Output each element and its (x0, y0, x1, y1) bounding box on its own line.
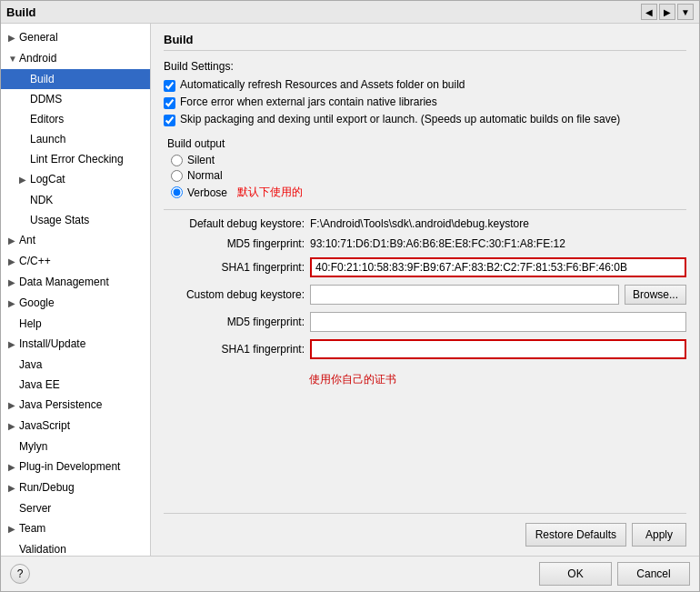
custom-keystore-row: Custom debug keystore: Browse... (164, 285, 686, 305)
sidebar-item-team[interactable]: ▶ Team (1, 518, 150, 539)
custom-sha1-input[interactable] (310, 339, 686, 359)
nav-arrows: ◀ ▶ ▼ (641, 4, 694, 20)
radio-verbose[interactable] (171, 186, 183, 198)
checkbox-force-error[interactable] (164, 97, 175, 109)
apply-button[interactable]: Apply (632, 523, 686, 547)
sidebar-item-plug-in-dev[interactable]: ▶ Plug-in Development (1, 457, 150, 477)
radio-silent[interactable] (171, 155, 183, 166)
expander-team: ▶ (8, 521, 19, 537)
expander-cpp: ▶ (8, 254, 19, 270)
sha1-input[interactable] (310, 257, 686, 277)
sidebar-item-lint-error[interactable]: Lint Error Checking (1, 149, 150, 169)
sha1-label: SHA1 fingerprint: (164, 261, 305, 274)
sidebar-item-mylyn[interactable]: Mylyn (1, 436, 150, 457)
radio-normal[interactable] (171, 170, 183, 182)
checkbox-label-auto-refresh: Automatically refresh Resources and Asse… (180, 78, 465, 91)
restore-apply-bar: Restore Defaults Apply (164, 513, 686, 547)
expander-run-debug: ▶ (8, 480, 19, 497)
top-nav: Build ◀ ▶ ▼ (1, 1, 699, 24)
nav-dropdown-button[interactable]: ▼ (677, 4, 694, 20)
custom-md5-input[interactable] (310, 312, 686, 332)
radio-label-normal: Normal (187, 169, 223, 182)
default-keystore-label: Default debug keystore: (164, 217, 305, 230)
checkbox-row-auto-refresh: Automatically refresh Resources and Asse… (164, 78, 686, 92)
help-button[interactable]: ? (10, 564, 30, 584)
sidebar-label-lint-error: Lint Error Checking (30, 153, 124, 166)
build-output-label: Build output (167, 137, 686, 150)
expander-logcat: ▶ (19, 172, 30, 188)
expander-android: ▼ (8, 51, 19, 67)
checkbox-skip-packaging[interactable] (164, 115, 175, 126)
sidebar-label-logcat: LogCat (30, 173, 65, 186)
custom-sha1-label: SHA1 fingerprint: (164, 343, 305, 356)
ok-button[interactable]: OK (539, 562, 612, 586)
expander-ant: ▶ (8, 233, 19, 249)
sidebar-item-logcat[interactable]: ▶ LogCat (1, 169, 150, 190)
restore-defaults-button[interactable]: Restore Defaults (525, 523, 626, 547)
sidebar-label-run-debug: Run/Debug (19, 481, 75, 494)
sidebar-item-server[interactable]: Server (1, 498, 150, 518)
sidebar-label-plug-in-dev: Plug-in Development (19, 460, 120, 473)
keystore-section: Default debug keystore: F:\Android\Tools… (164, 209, 686, 366)
nav-back-button[interactable]: ◀ (641, 4, 657, 20)
sidebar-item-general[interactable]: ▶ General (1, 27, 150, 48)
custom-keystore-label: Custom debug keystore: (164, 288, 305, 301)
sidebar-item-usage-stats[interactable]: Usage Stats (1, 210, 150, 230)
sidebar-label-google: Google (19, 296, 55, 309)
default-keystore-value: F:\Android\Tools\sdk\.android\debug.keys… (310, 217, 686, 230)
preferences-dialog: Build ◀ ▶ ▼ ▶ General▼ AndroidBuildDDMSE… (0, 0, 700, 592)
radio-label-silent: Silent (187, 154, 215, 166)
sidebar-label-mylyn: Mylyn (19, 440, 47, 453)
sidebar-label-install-update: Install/Update (19, 337, 85, 350)
build-settings-label: Build Settings: (164, 60, 686, 73)
sidebar-item-ndk[interactable]: NDK (1, 190, 150, 210)
sidebar-item-build[interactable]: Build (1, 69, 150, 89)
sidebar-label-validation: Validation (19, 543, 66, 556)
sidebar-item-google[interactable]: ▶ Google (1, 293, 150, 314)
expander-google: ▶ (8, 296, 19, 312)
cancel-button[interactable]: Cancel (617, 562, 690, 586)
dialog-title-text: Build (6, 5, 36, 19)
sidebar-item-launch[interactable]: Launch (1, 129, 150, 149)
nav-forward-button[interactable]: ▶ (659, 4, 675, 20)
sidebar-item-help[interactable]: Help (1, 314, 150, 334)
sidebar-label-ddms: DDMS (30, 93, 62, 105)
checkboxes-container: Automatically refresh Resources and Asse… (164, 78, 686, 130)
panel-title: Build (164, 33, 686, 51)
expander-javascript: ▶ (8, 418, 19, 435)
sidebar-label-java: Java (19, 358, 42, 371)
default-keystore-row: Default debug keystore: F:\Android\Tools… (164, 217, 686, 230)
sidebar-label-build: Build (30, 73, 55, 85)
sidebar-item-java-persistence[interactable]: ▶ Java Persistence (1, 395, 150, 416)
bottom-right: OK Cancel (539, 562, 690, 586)
checkbox-row-skip-packaging: Skip packaging and dexing until export o… (164, 113, 686, 126)
sidebar-item-ant[interactable]: ▶ Ant (1, 230, 150, 251)
sidebar-item-android[interactable]: ▼ Android (1, 48, 150, 69)
sidebar-item-java-ee[interactable]: Java EE (1, 375, 150, 395)
radio-annotation-verbose: 默认下使用的 (237, 185, 303, 200)
sidebar-label-java-ee: Java EE (19, 378, 60, 391)
radio-group: SilentNormalVerbose默认下使用的 (171, 154, 686, 200)
sidebar-label-help: Help (19, 317, 42, 330)
sidebar-item-cpp[interactable]: ▶ C/C++ (1, 251, 150, 272)
sidebar-label-team: Team (19, 522, 45, 535)
radio-label-verbose: Verbose (187, 186, 227, 199)
custom-keystore-input[interactable] (310, 285, 619, 305)
sidebar-item-data-mgmt[interactable]: ▶ Data Management (1, 272, 150, 293)
sidebar-label-android: Android (19, 52, 56, 65)
sidebar-item-run-debug[interactable]: ▶ Run/Debug (1, 477, 150, 498)
expander-data-mgmt: ▶ (8, 275, 19, 291)
checkbox-auto-refresh[interactable] (164, 80, 175, 92)
expander-java-persistence: ▶ (8, 397, 19, 414)
sidebar-item-editors[interactable]: Editors (1, 109, 150, 129)
sidebar-item-java[interactable]: Java (1, 355, 150, 375)
sidebar-item-ddms[interactable]: DDMS (1, 89, 150, 109)
sidebar-label-ndk: NDK (30, 194, 53, 206)
expander-plug-in-dev: ▶ (8, 459, 19, 476)
sidebar-item-install-update[interactable]: ▶ Install/Update (1, 334, 150, 355)
browse-button[interactable]: Browse... (625, 285, 686, 305)
sidebar-item-javascript[interactable]: ▶ JavaScript (1, 416, 150, 436)
custom-sha1-row: SHA1 fingerprint: (164, 339, 686, 359)
expander-general: ▶ (8, 30, 19, 46)
sidebar-item-validation[interactable]: Validation (1, 539, 150, 556)
